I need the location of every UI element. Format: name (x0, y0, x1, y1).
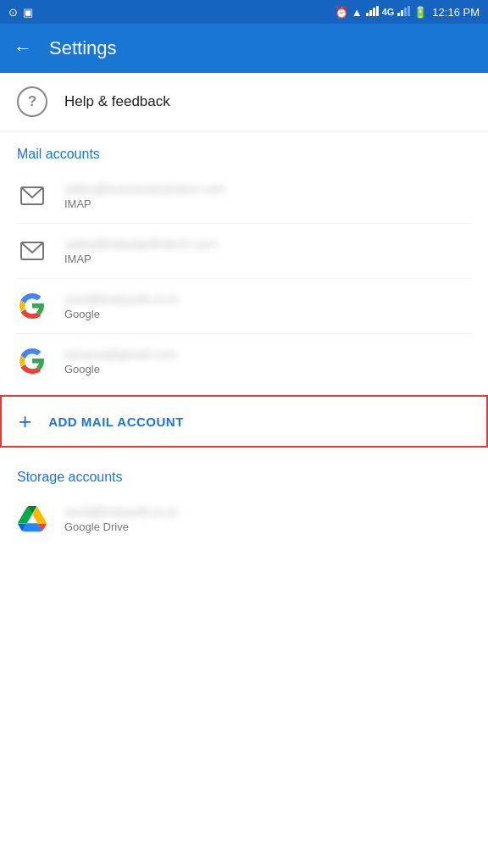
battery-icon: 🔋 (413, 6, 427, 19)
google-icon-1 (17, 291, 47, 321)
image-icon: ▣ (23, 6, 33, 19)
mail-icon-2 (17, 236, 47, 266)
mail-account-email-3: sunil@indusoft.co.in (64, 292, 178, 306)
mail-account-type-4: Google (64, 363, 178, 376)
add-mail-account-button[interactable]: + ADD MAIL ACCOUNT (0, 395, 488, 448)
storage-account-type-1: Google Drive (64, 520, 178, 533)
status-bar-right: ⏰ ▲ 4G 🔋 12:16 PM (335, 6, 480, 19)
mail-account-email-2: sales@nebulanfintech.com (64, 236, 217, 251)
alarm-icon: ⏰ (335, 6, 348, 19)
status-bar-left: ⊙ ▣ (8, 6, 33, 19)
page-title: Settings (49, 37, 117, 59)
settings-content: ? Help & feedback Mail accounts sales@ic… (0, 73, 488, 546)
mail-account-row-2[interactable]: sales@nebulanfintech.com IMAP (0, 224, 488, 278)
storage-account-email-1: sunil@indusoft.co.in (64, 504, 178, 519)
mail-account-type-3: Google (64, 308, 178, 320)
storage-accounts-header: Storage accounts (0, 454, 488, 492)
circular-icon: ⊙ (8, 6, 18, 19)
mail-icon-1 (17, 181, 47, 211)
help-feedback-row[interactable]: ? Help & feedback (0, 73, 488, 131)
mail-account-row-1[interactable]: sales@iconnectsolution.com IMAP (0, 169, 488, 223)
mail-account-row-3[interactable]: sunil@indusoft.co.in Google (0, 279, 488, 333)
signal2-icon (397, 6, 410, 19)
mail-accounts-header: Mail accounts (0, 131, 488, 169)
add-icon: + (19, 410, 31, 432)
google-icon-2 (17, 346, 47, 376)
mail-account-row-4[interactable]: tanvera@gmail.com Google (0, 334, 488, 388)
app-bar: ← Settings (0, 24, 488, 73)
storage-account-info-1: sunil@indusoft.co.in Google Drive (64, 504, 178, 533)
help-label: Help & feedback (64, 93, 170, 110)
storage-account-row-1[interactable]: sunil@indusoft.co.in Google Drive (0, 492, 488, 546)
add-mail-account-label: ADD MAIL ACCOUNT (48, 415, 184, 429)
mail-account-info-1: sales@iconnectsolution.com IMAP (64, 181, 225, 210)
wifi-icon: ▲ (352, 6, 363, 19)
mail-account-email-4: tanvera@gmail.com (64, 347, 178, 361)
mail-account-type-1: IMAP (64, 198, 225, 210)
status-bar: ⊙ ▣ ⏰ ▲ 4G 🔋 12:16 PM (0, 0, 488, 24)
4g-label: 4G (382, 7, 395, 17)
gdrive-icon (17, 504, 47, 534)
help-icon: ? (17, 86, 47, 117)
back-button[interactable]: ← (14, 37, 32, 59)
mail-account-type-2: IMAP (64, 253, 217, 265)
mail-account-info-4: tanvera@gmail.com Google (64, 347, 178, 376)
mail-account-info-2: sales@nebulanfintech.com IMAP (64, 236, 217, 265)
mail-account-info-3: sunil@indusoft.co.in Google (64, 292, 178, 320)
time-display: 12:16 PM (432, 6, 480, 19)
mail-account-email-1: sales@iconnectsolution.com (64, 181, 225, 196)
signal-icon (366, 6, 379, 19)
